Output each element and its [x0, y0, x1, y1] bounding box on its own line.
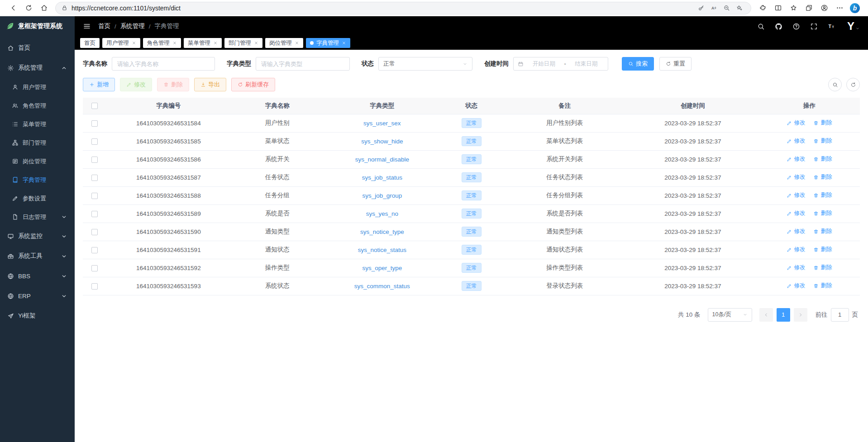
sidebar-item-post-mgmt[interactable]: 岗位管理 [0, 152, 75, 171]
row-delete-link[interactable]: 删除 [813, 228, 832, 235]
toggle-search-button[interactable] [828, 78, 842, 91]
close-icon[interactable] [254, 41, 258, 45]
tab-user-mgmt[interactable]: 用户管理 [102, 38, 140, 48]
menu-dots-button[interactable] [832, 1, 847, 15]
dict-type-link[interactable]: sys_oper_type [362, 265, 402, 271]
row-delete-link[interactable]: 删除 [813, 209, 832, 217]
prev-page-button[interactable] [759, 308, 773, 322]
sidebar-item-system-mgmt[interactable]: 系统管理 [0, 58, 75, 78]
sidebar-item-menu-mgmt[interactable]: 菜单管理 [0, 115, 75, 133]
close-icon[interactable] [295, 41, 299, 45]
row-delete-link[interactable]: 删除 [813, 191, 832, 199]
sidebar-item-dept-mgmt[interactable]: 部门管理 [0, 133, 75, 152]
export-button[interactable]: 导出 [194, 78, 226, 91]
key-button[interactable] [695, 3, 707, 14]
dict-type-link[interactable]: sys_yes_no [366, 210, 398, 217]
dict-type-link[interactable]: sys_job_status [362, 174, 402, 181]
close-icon[interactable] [342, 41, 346, 45]
row-checkbox[interactable] [91, 193, 98, 199]
search-button[interactable]: 搜索 [622, 57, 654, 71]
tab-home[interactable]: 首页 [80, 38, 100, 48]
fullscreen-button[interactable] [810, 23, 818, 30]
row-checkbox[interactable] [91, 283, 98, 290]
row-checkbox[interactable] [91, 157, 98, 163]
home-button[interactable] [36, 1, 52, 15]
row-delete-link[interactable]: 删除 [813, 264, 832, 271]
dict-type-link[interactable]: sys_job_group [362, 192, 402, 199]
sidebar-item-bbs[interactable]: BBS [0, 266, 75, 286]
dict-type-link[interactable]: sys_notice_status [358, 247, 406, 253]
dict-type-link[interactable]: sys_common_status [354, 283, 410, 290]
row-edit-link[interactable]: 修改 [787, 191, 805, 199]
tab-dept-mgmt[interactable]: 部门管理 [224, 38, 262, 48]
font-size-button[interactable]: TT [828, 23, 835, 30]
sidebar-item-home[interactable]: 首页 [0, 38, 75, 58]
refresh-cache-button[interactable]: 刷新缓存 [231, 78, 275, 91]
reload-button[interactable] [21, 1, 36, 15]
dict-type-link[interactable]: sys_show_hide [361, 138, 403, 145]
row-edit-link[interactable]: 修改 [787, 155, 805, 163]
zoom-out-button[interactable] [720, 3, 733, 14]
row-checkbox[interactable] [91, 211, 98, 217]
sidebar-item-system-monitor[interactable]: 系统监控 [0, 226, 75, 246]
dict-type-input[interactable] [256, 57, 350, 71]
close-icon[interactable] [172, 41, 177, 45]
row-delete-link[interactable]: 删除 [813, 173, 832, 181]
tab-role-mgmt[interactable]: 角色管理 [143, 38, 181, 48]
reset-button[interactable]: 重置 [659, 57, 692, 71]
sidebar-item-erp[interactable]: ERP [0, 286, 75, 306]
row-delete-link[interactable]: 删除 [813, 282, 832, 290]
row-delete-link[interactable]: 删除 [813, 155, 832, 163]
created-date-range[interactable]: 开始日期 - 结束日期 [513, 57, 608, 71]
row-edit-link[interactable]: 修改 [787, 264, 805, 271]
row-edit-link[interactable]: 修改 [787, 137, 805, 145]
sidebar-item-param-settings[interactable]: 参数设置 [0, 189, 75, 208]
tab-post-mgmt[interactable]: 岗位管理 [265, 38, 303, 48]
read-aloud-button[interactable]: A [707, 3, 720, 14]
delete-button[interactable]: 删除 [157, 78, 189, 91]
row-delete-link[interactable]: 删除 [813, 137, 832, 145]
row-delete-link[interactable]: 删除 [813, 246, 832, 253]
page-size-select[interactable]: 10条/页 [708, 308, 752, 322]
favorites-button[interactable] [786, 1, 801, 15]
extensions-button[interactable] [755, 1, 770, 15]
close-icon[interactable] [132, 41, 136, 45]
address-bar[interactable]: https://ccnetcore.com:1101/system/dict A [55, 2, 751, 14]
row-checkbox[interactable] [91, 247, 98, 253]
collections-button[interactable] [801, 1, 816, 15]
row-checkbox[interactable] [91, 120, 98, 127]
dict-type-link[interactable]: sys_normal_disable [355, 156, 409, 163]
back-button[interactable] [5, 1, 21, 15]
row-checkbox[interactable] [91, 265, 98, 271]
user-logo[interactable]: Y [847, 21, 860, 32]
bing-button[interactable]: b [847, 1, 863, 15]
edit-button[interactable]: 修改 [120, 78, 152, 91]
sidebar-item-system-tools[interactable]: 系统工具 [0, 246, 75, 266]
goto-page-input[interactable] [831, 308, 849, 322]
tab-menu-mgmt[interactable]: 菜单管理 [184, 38, 222, 48]
sidebar-item-log-mgmt[interactable]: 日志管理 [0, 208, 75, 226]
row-edit-link[interactable]: 修改 [787, 119, 805, 127]
select-all-checkbox[interactable] [91, 103, 98, 109]
row-checkbox[interactable] [91, 229, 98, 235]
tab-dict-mgmt[interactable]: 字典管理 [306, 38, 350, 48]
sidebar-item-dict-mgmt[interactable]: 字典管理 [0, 171, 75, 189]
row-edit-link[interactable]: 修改 [787, 282, 805, 290]
row-edit-link[interactable]: 修改 [787, 173, 805, 181]
refresh-table-button[interactable] [846, 78, 860, 91]
question-button[interactable] [792, 23, 800, 30]
close-icon[interactable] [213, 41, 218, 45]
row-edit-link[interactable]: 修改 [787, 246, 805, 253]
sidebar-item-yi-framework[interactable]: Yi框架 [0, 306, 75, 326]
add-button[interactable]: 新增 [83, 78, 115, 91]
row-checkbox[interactable] [91, 175, 98, 181]
row-edit-link[interactable]: 修改 [787, 228, 805, 235]
search-button[interactable] [757, 23, 765, 30]
current-page-button[interactable]: 1 [777, 308, 790, 322]
next-page-button[interactable] [794, 308, 807, 322]
breadcrumb-item[interactable]: 首页 [98, 22, 110, 30]
sidebar-item-user-mgmt[interactable]: 用户管理 [0, 78, 75, 96]
add-favorite-button[interactable] [733, 3, 745, 14]
split-screen-button[interactable] [770, 1, 786, 15]
url-text[interactable]: https://ccnetcore.com:1101/system/dict [72, 5, 691, 12]
